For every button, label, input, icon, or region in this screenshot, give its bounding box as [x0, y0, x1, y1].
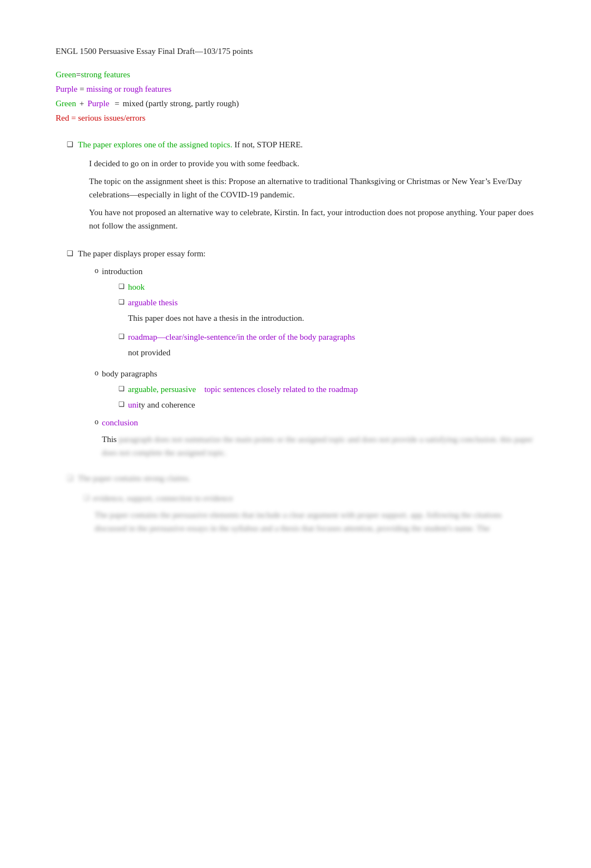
legend-mixed-equals: =	[112, 97, 119, 110]
item-1-para-1: I decided to go on in order to provide y…	[89, 157, 535, 170]
hook-label: hook	[128, 280, 145, 294]
item-1-para-3: You have not proposed an alternative way…	[89, 206, 535, 232]
conclusion-note: This paragraph does not summarize the ma…	[102, 433, 535, 459]
roadmap-label: roadmap—clear/single-sentence/in the ord…	[128, 330, 355, 344]
conclusion-label: conclusion	[102, 416, 535, 429]
sq-bullet-unity: ❑	[119, 399, 125, 410]
sq-bullet-thesis: ❑	[119, 297, 125, 307]
roadmap-item: ❑ roadmap—clear/single-sentence/in the o…	[119, 330, 535, 363]
item-1-para-2: The topic on the assignment sheet is thi…	[89, 175, 535, 201]
sq-bullet-roadmap: ❑	[119, 331, 125, 342]
legend-purple: Purple = missing or rough features	[56, 82, 535, 96]
bullet-2: ❑	[67, 248, 73, 260]
legend-green-desc: strong features	[81, 70, 130, 79]
sq-bullet-blurred-1: ❑	[83, 493, 90, 503]
sq-bullet-hook: ❑	[119, 281, 125, 292]
arguable-section: ❑ arguable, persuasive topic sentences c…	[119, 383, 535, 396]
item-1-content: The paper explores one of the assigned t…	[78, 138, 535, 237]
conclusion-section: o conclusion This paragraph does not sum…	[95, 416, 535, 459]
body-content: body paragraphs ❑ arguable, persuasive t…	[102, 367, 535, 411]
legend-green-equals: =	[76, 70, 81, 79]
hook-item: ❑ hook	[119, 280, 535, 294]
legend-mixed-green: Green	[56, 97, 76, 110]
unity-label: unity and coherence	[128, 398, 195, 411]
legend-green-label: Green	[56, 70, 76, 79]
item-1-black-text: If not, STOP HERE.	[234, 140, 303, 149]
legend-red-equals: =	[69, 113, 78, 122]
intro-section: o introduction ❑ hook	[95, 265, 535, 363]
o-bullet-body: o	[95, 367, 98, 379]
legend-green: Green=strong features	[56, 68, 535, 81]
conclusion-item: o conclusion This paragraph does not sum…	[95, 416, 535, 459]
unity-item: ❑ unity and coherence	[119, 398, 535, 411]
legend-mixed: Green + Purple = mixed (partly strong, p…	[56, 97, 535, 110]
item-2-content: The paper displays proper essay form: o …	[78, 247, 535, 462]
intro-item: o introduction ❑ hook	[95, 265, 535, 363]
intro-label: introduction	[102, 265, 535, 278]
arguable-label: arguable, persuasive topic sentences clo…	[128, 383, 358, 396]
sq-bullet-arguable: ❑	[119, 384, 125, 394]
thesis-note: This paper does not have a thesis in the…	[128, 311, 304, 325]
item-4-sub-para: The paper contains the persuasive elemen…	[95, 508, 535, 535]
unity-section: ❑ unity and coherence	[119, 398, 535, 411]
item-4-text-1: evidence, support, connection to evidenc…	[93, 492, 233, 505]
conclusion-blurred-text: paragraph does not summarize the main po…	[102, 435, 533, 457]
intro-content: introduction ❑ hook ❑	[102, 265, 535, 363]
legend-purple-desc: missing or rough features	[86, 85, 171, 93]
item-1-heading: The paper explores one of the assigned t…	[78, 138, 535, 151]
thesis-label: arguable thesis	[128, 296, 304, 309]
roadmap-note: not provided	[128, 346, 355, 359]
hook-section: ❑ hook	[119, 280, 535, 294]
o-bullet-intro: o	[95, 265, 98, 277]
list-item-1: ❑ The paper explores one of the assigned…	[67, 138, 535, 237]
thesis-section: ❑ arguable thesis This paper does not ha…	[119, 296, 535, 328]
list-item-2: ❑ The paper displays proper essay form: …	[67, 247, 535, 462]
legend-red: Red = serious issues/errors	[56, 111, 535, 125]
body-label: body paragraphs	[102, 367, 535, 380]
legend-mixed-purple: Purple	[87, 97, 109, 110]
thesis-item: ❑ arguable thesis This paper does not ha…	[119, 296, 535, 328]
bullet-1: ❑	[67, 139, 73, 151]
item-4-sub-1: ❑ evidence, support, connection to evide…	[83, 492, 535, 505]
page-title: ENGL 1500 Persuasive Essay Final Draft—1…	[56, 44, 535, 58]
roadmap-section: ❑ roadmap—clear/single-sentence/in the o…	[119, 330, 535, 363]
arguable-item: ❑ arguable, persuasive topic sentences c…	[119, 383, 535, 396]
legend-red-desc: serious issues/errors	[78, 113, 145, 122]
legend-mixed-plus: +	[80, 97, 84, 110]
item-2-heading: The paper displays proper essay form:	[78, 247, 535, 260]
item-4-blurred-para: The paper contains the persuasive elemen…	[95, 508, 535, 535]
conclusion-content: conclusion This paragraph does not summa…	[102, 416, 535, 459]
legend-red-label: Red	[56, 113, 69, 122]
legend-mixed-desc: mixed (partly strong, partly rough)	[123, 97, 239, 110]
list-item-3: ❑ The paper contains strong claims.	[67, 472, 535, 485]
list-item-4: ❑ evidence, support, connection to evide…	[83, 492, 535, 535]
legend-purple-label: Purple	[56, 85, 77, 93]
bullet-3: ❑	[67, 473, 73, 484]
item-1-green-text: The paper explores one of the assigned t…	[78, 140, 232, 149]
body-section: o body paragraphs ❑ arguable, persuasive…	[95, 367, 535, 411]
o-bullet-conclusion: o	[95, 416, 98, 428]
item-3-text: The paper contains strong claims.	[78, 472, 190, 485]
body-item: o body paragraphs ❑ arguable, persuasive…	[95, 367, 535, 411]
